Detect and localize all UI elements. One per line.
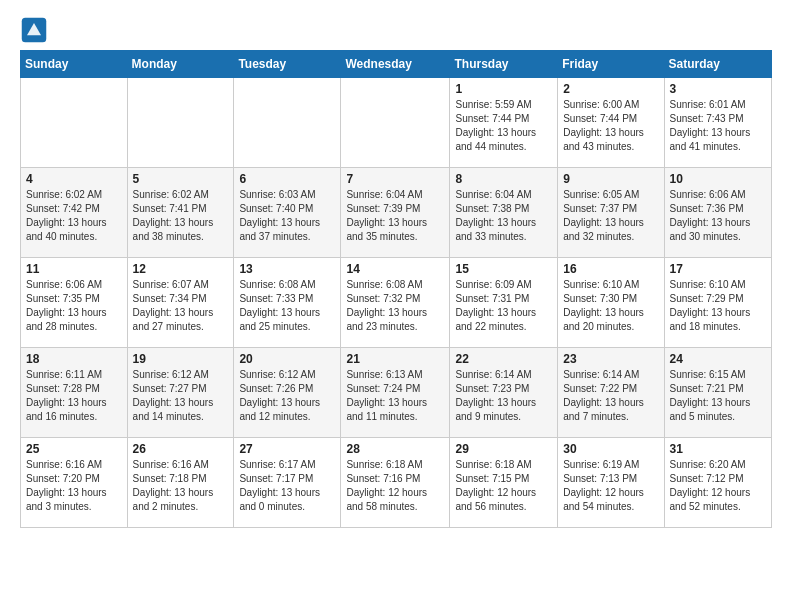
day-header: Thursday [450,51,558,78]
calendar-header-row: SundayMondayTuesdayWednesdayThursdayFrid… [21,51,772,78]
day-number: 12 [133,262,229,276]
day-number: 26 [133,442,229,456]
calendar-cell: 16Sunrise: 6:10 AM Sunset: 7:30 PM Dayli… [558,258,664,348]
day-number: 1 [455,82,552,96]
day-number: 22 [455,352,552,366]
day-number: 19 [133,352,229,366]
day-info: Sunrise: 6:14 AM Sunset: 7:23 PM Dayligh… [455,368,552,424]
calendar-cell: 4Sunrise: 6:02 AM Sunset: 7:42 PM Daylig… [21,168,128,258]
day-info: Sunrise: 6:18 AM Sunset: 7:16 PM Dayligh… [346,458,444,514]
day-info: Sunrise: 6:11 AM Sunset: 7:28 PM Dayligh… [26,368,122,424]
calendar-cell [127,78,234,168]
day-header: Saturday [664,51,771,78]
calendar-cell: 3Sunrise: 6:01 AM Sunset: 7:43 PM Daylig… [664,78,771,168]
day-number: 6 [239,172,335,186]
day-info: Sunrise: 6:20 AM Sunset: 7:12 PM Dayligh… [670,458,766,514]
calendar-cell: 22Sunrise: 6:14 AM Sunset: 7:23 PM Dayli… [450,348,558,438]
calendar-cell: 14Sunrise: 6:08 AM Sunset: 7:32 PM Dayli… [341,258,450,348]
day-number: 5 [133,172,229,186]
day-number: 28 [346,442,444,456]
day-info: Sunrise: 6:15 AM Sunset: 7:21 PM Dayligh… [670,368,766,424]
calendar-table: SundayMondayTuesdayWednesdayThursdayFrid… [20,50,772,528]
calendar-cell: 30Sunrise: 6:19 AM Sunset: 7:13 PM Dayli… [558,438,664,528]
calendar-week-row: 25Sunrise: 6:16 AM Sunset: 7:20 PM Dayli… [21,438,772,528]
day-info: Sunrise: 6:10 AM Sunset: 7:29 PM Dayligh… [670,278,766,334]
calendar-week-row: 4Sunrise: 6:02 AM Sunset: 7:42 PM Daylig… [21,168,772,258]
calendar-cell: 24Sunrise: 6:15 AM Sunset: 7:21 PM Dayli… [664,348,771,438]
day-header: Friday [558,51,664,78]
day-number: 21 [346,352,444,366]
calendar-cell [341,78,450,168]
day-info: Sunrise: 6:18 AM Sunset: 7:15 PM Dayligh… [455,458,552,514]
day-number: 29 [455,442,552,456]
logo [20,16,52,44]
day-number: 8 [455,172,552,186]
day-number: 7 [346,172,444,186]
day-header: Tuesday [234,51,341,78]
day-number: 17 [670,262,766,276]
day-info: Sunrise: 6:10 AM Sunset: 7:30 PM Dayligh… [563,278,658,334]
day-info: Sunrise: 6:06 AM Sunset: 7:36 PM Dayligh… [670,188,766,244]
day-info: Sunrise: 6:08 AM Sunset: 7:33 PM Dayligh… [239,278,335,334]
calendar-cell: 25Sunrise: 6:16 AM Sunset: 7:20 PM Dayli… [21,438,128,528]
calendar-cell: 7Sunrise: 6:04 AM Sunset: 7:39 PM Daylig… [341,168,450,258]
day-info: Sunrise: 6:14 AM Sunset: 7:22 PM Dayligh… [563,368,658,424]
day-number: 9 [563,172,658,186]
day-header: Sunday [21,51,128,78]
day-info: Sunrise: 6:00 AM Sunset: 7:44 PM Dayligh… [563,98,658,154]
calendar-cell: 1Sunrise: 5:59 AM Sunset: 7:44 PM Daylig… [450,78,558,168]
calendar-week-row: 1Sunrise: 5:59 AM Sunset: 7:44 PM Daylig… [21,78,772,168]
day-info: Sunrise: 6:09 AM Sunset: 7:31 PM Dayligh… [455,278,552,334]
day-info: Sunrise: 6:17 AM Sunset: 7:17 PM Dayligh… [239,458,335,514]
day-info: Sunrise: 6:04 AM Sunset: 7:38 PM Dayligh… [455,188,552,244]
day-info: Sunrise: 6:02 AM Sunset: 7:42 PM Dayligh… [26,188,122,244]
calendar-cell [234,78,341,168]
day-info: Sunrise: 6:05 AM Sunset: 7:37 PM Dayligh… [563,188,658,244]
calendar-cell: 10Sunrise: 6:06 AM Sunset: 7:36 PM Dayli… [664,168,771,258]
calendar-cell: 19Sunrise: 6:12 AM Sunset: 7:27 PM Dayli… [127,348,234,438]
calendar-cell: 28Sunrise: 6:18 AM Sunset: 7:16 PM Dayli… [341,438,450,528]
calendar-week-row: 11Sunrise: 6:06 AM Sunset: 7:35 PM Dayli… [21,258,772,348]
day-number: 2 [563,82,658,96]
day-number: 30 [563,442,658,456]
calendar-cell: 13Sunrise: 6:08 AM Sunset: 7:33 PM Dayli… [234,258,341,348]
calendar-cell: 18Sunrise: 6:11 AM Sunset: 7:28 PM Dayli… [21,348,128,438]
calendar-cell: 8Sunrise: 6:04 AM Sunset: 7:38 PM Daylig… [450,168,558,258]
calendar-cell: 29Sunrise: 6:18 AM Sunset: 7:15 PM Dayli… [450,438,558,528]
calendar-cell: 5Sunrise: 6:02 AM Sunset: 7:41 PM Daylig… [127,168,234,258]
day-info: Sunrise: 6:04 AM Sunset: 7:39 PM Dayligh… [346,188,444,244]
day-number: 31 [670,442,766,456]
day-info: Sunrise: 6:08 AM Sunset: 7:32 PM Dayligh… [346,278,444,334]
day-info: Sunrise: 6:02 AM Sunset: 7:41 PM Dayligh… [133,188,229,244]
calendar-cell: 11Sunrise: 6:06 AM Sunset: 7:35 PM Dayli… [21,258,128,348]
calendar-cell: 20Sunrise: 6:12 AM Sunset: 7:26 PM Dayli… [234,348,341,438]
day-info: Sunrise: 6:12 AM Sunset: 7:27 PM Dayligh… [133,368,229,424]
day-number: 3 [670,82,766,96]
day-info: Sunrise: 6:13 AM Sunset: 7:24 PM Dayligh… [346,368,444,424]
day-number: 16 [563,262,658,276]
day-header: Wednesday [341,51,450,78]
page-header [20,16,772,44]
day-number: 18 [26,352,122,366]
day-info: Sunrise: 6:03 AM Sunset: 7:40 PM Dayligh… [239,188,335,244]
day-number: 10 [670,172,766,186]
day-info: Sunrise: 6:12 AM Sunset: 7:26 PM Dayligh… [239,368,335,424]
day-number: 13 [239,262,335,276]
day-info: Sunrise: 5:59 AM Sunset: 7:44 PM Dayligh… [455,98,552,154]
calendar-cell: 23Sunrise: 6:14 AM Sunset: 7:22 PM Dayli… [558,348,664,438]
day-number: 25 [26,442,122,456]
day-number: 24 [670,352,766,366]
day-number: 4 [26,172,122,186]
day-header: Monday [127,51,234,78]
day-number: 11 [26,262,122,276]
calendar-cell: 27Sunrise: 6:17 AM Sunset: 7:17 PM Dayli… [234,438,341,528]
day-info: Sunrise: 6:16 AM Sunset: 7:20 PM Dayligh… [26,458,122,514]
calendar-cell [21,78,128,168]
logo-icon [20,16,48,44]
day-info: Sunrise: 6:19 AM Sunset: 7:13 PM Dayligh… [563,458,658,514]
day-number: 14 [346,262,444,276]
day-number: 23 [563,352,658,366]
calendar-cell: 26Sunrise: 6:16 AM Sunset: 7:18 PM Dayli… [127,438,234,528]
day-number: 27 [239,442,335,456]
calendar-cell: 15Sunrise: 6:09 AM Sunset: 7:31 PM Dayli… [450,258,558,348]
